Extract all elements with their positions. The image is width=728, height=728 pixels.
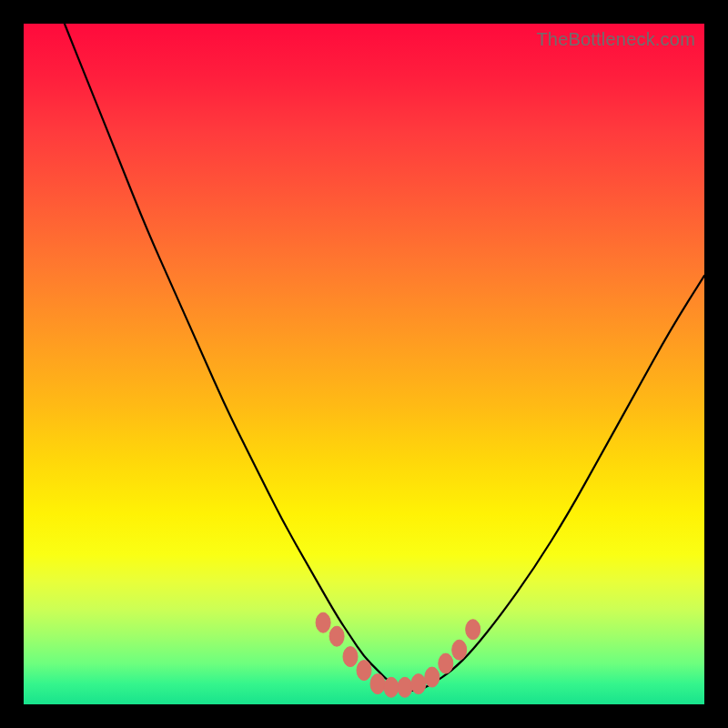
marker-group bbox=[316, 612, 480, 697]
curve-marker bbox=[384, 677, 399, 697]
curve-marker bbox=[411, 674, 426, 694]
chart-frame: TheBottleneck.com bbox=[0, 0, 728, 728]
curve-marker bbox=[370, 674, 385, 694]
curve-marker bbox=[343, 647, 358, 667]
curve-marker bbox=[452, 640, 467, 660]
plot-area: TheBottleneck.com bbox=[24, 24, 704, 704]
curve-marker bbox=[439, 653, 453, 673]
bottleneck-curve bbox=[65, 24, 704, 691]
curve-marker bbox=[398, 677, 412, 697]
curve-marker bbox=[316, 612, 330, 632]
curve-marker bbox=[357, 661, 371, 681]
curve-marker bbox=[425, 667, 440, 687]
curve-marker bbox=[329, 626, 344, 646]
curve-marker bbox=[466, 620, 480, 640]
curve-layer bbox=[24, 24, 704, 704]
